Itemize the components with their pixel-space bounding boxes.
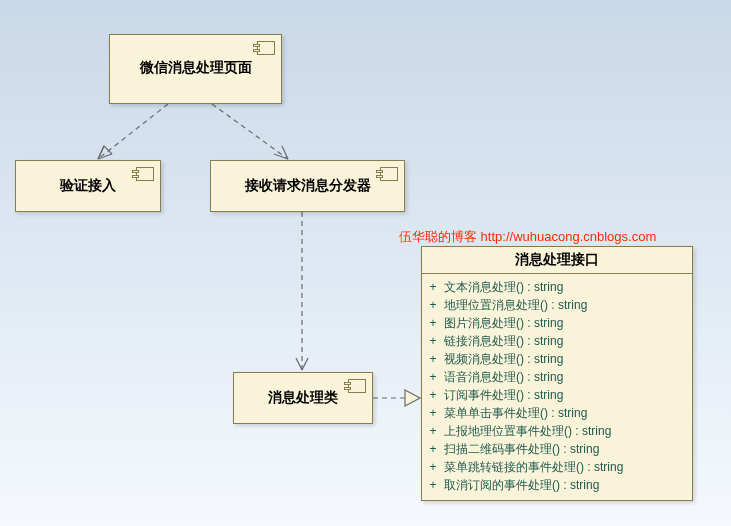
watermark-text: 伍华聪的博客 http://wuhuacong.cnblogs.com xyxy=(399,228,656,246)
interface-operation: +菜单单击事件处理() : string xyxy=(428,404,686,422)
svg-marker-4 xyxy=(405,390,420,406)
component-message-handler: 消息处理类 xyxy=(233,372,373,424)
operation-signature: 视频消息处理() : string xyxy=(444,350,563,368)
operation-signature: 订阅事件处理() : string xyxy=(444,386,563,404)
operation-signature: 菜单跳转链接的事件处理() : string xyxy=(444,458,623,476)
interface-operations: +文本消息处理() : string+地理位置消息处理() : string+图… xyxy=(422,274,692,500)
component-wechat-message-page: 微信消息处理页面 xyxy=(109,34,282,104)
visibility-plus-icon: + xyxy=(428,386,438,404)
component-icon xyxy=(380,167,398,181)
operation-signature: 扫描二维码事件处理() : string xyxy=(444,440,599,458)
visibility-plus-icon: + xyxy=(428,476,438,494)
visibility-plus-icon: + xyxy=(428,440,438,458)
visibility-plus-icon: + xyxy=(428,368,438,386)
operation-signature: 菜单单击事件处理() : string xyxy=(444,404,587,422)
interface-operation: +图片消息处理() : string xyxy=(428,314,686,332)
operation-signature: 取消订阅的事件处理() : string xyxy=(444,476,599,494)
visibility-plus-icon: + xyxy=(428,314,438,332)
component-verify-access: 验证接入 xyxy=(15,160,161,212)
visibility-plus-icon: + xyxy=(428,458,438,476)
operation-signature: 地理位置消息处理() : string xyxy=(444,296,587,314)
component-icon xyxy=(136,167,154,181)
interface-title: 消息处理接口 xyxy=(422,247,692,274)
visibility-plus-icon: + xyxy=(428,422,438,440)
operation-signature: 图片消息处理() : string xyxy=(444,314,563,332)
interface-message-handler: 消息处理接口 +文本消息处理() : string+地理位置消息处理() : s… xyxy=(421,246,693,501)
visibility-plus-icon: + xyxy=(428,404,438,422)
visibility-plus-icon: + xyxy=(428,350,438,368)
operation-signature: 文本消息处理() : string xyxy=(444,278,563,296)
interface-operation: +语音消息处理() : string xyxy=(428,368,686,386)
component-icon xyxy=(257,41,275,55)
operation-signature: 上报地理位置事件处理() : string xyxy=(444,422,611,440)
interface-operation: +扫描二维码事件处理() : string xyxy=(428,440,686,458)
component-dispatcher: 接收请求消息分发器 xyxy=(210,160,405,212)
visibility-plus-icon: + xyxy=(428,332,438,350)
svg-line-1 xyxy=(212,104,288,159)
interface-operation: +视频消息处理() : string xyxy=(428,350,686,368)
interface-operation: +订阅事件处理() : string xyxy=(428,386,686,404)
interface-operation: +取消订阅的事件处理() : string xyxy=(428,476,686,494)
visibility-plus-icon: + xyxy=(428,278,438,296)
interface-operation: +菜单跳转链接的事件处理() : string xyxy=(428,458,686,476)
visibility-plus-icon: + xyxy=(428,296,438,314)
interface-operation: +上报地理位置事件处理() : string xyxy=(428,422,686,440)
diagram-canvas: 微信消息处理页面 验证接入 接收请求消息分发器 消息处理类 消息处理接口 +文本… xyxy=(0,0,731,526)
svg-line-0 xyxy=(98,104,168,159)
operation-signature: 语音消息处理() : string xyxy=(444,368,563,386)
component-title: 接收请求消息分发器 xyxy=(211,161,404,211)
interface-operation: +文本消息处理() : string xyxy=(428,278,686,296)
interface-operation: +地理位置消息处理() : string xyxy=(428,296,686,314)
interface-operation: +链接消息处理() : string xyxy=(428,332,686,350)
operation-signature: 链接消息处理() : string xyxy=(444,332,563,350)
component-icon xyxy=(348,379,366,393)
